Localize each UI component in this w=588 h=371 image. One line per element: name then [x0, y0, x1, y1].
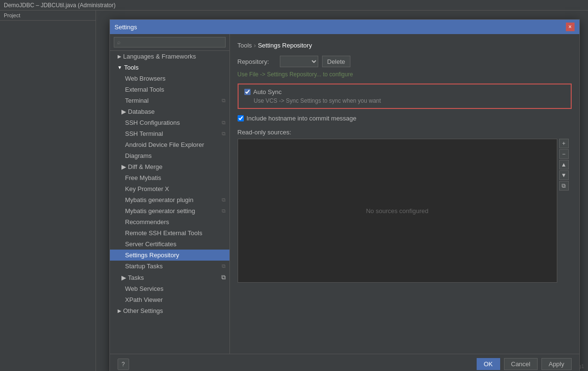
footer-left: ? — [118, 359, 129, 370]
startup-tasks-label: Startup Tasks — [125, 263, 163, 270]
tasks-copy-icon: ⧉ — [221, 274, 226, 281]
nav-item-startup-tasks[interactable]: Startup Tasks ⧉ — [110, 261, 229, 272]
nav-item-server-certs[interactable]: Server Certificates — [110, 239, 229, 250]
server-certs-label: Server Certificates — [125, 240, 177, 248]
diff-merge-label: Diff & Merge — [128, 163, 163, 170]
nav-section-tools[interactable]: ▼ Tools — [110, 62, 229, 73]
nav-item-web-services[interactable]: Web Services — [110, 283, 229, 294]
external-tools-label: External Tools — [125, 86, 164, 93]
startup-copy-icon: ⧉ — [222, 263, 226, 269]
readonly-sources-label: Read-only sources: — [238, 129, 572, 136]
breadcrumb-current: Settings Repository — [258, 42, 312, 49]
nav-item-terminal[interactable]: Terminal ⧉ — [110, 95, 229, 106]
database-label: Database — [128, 108, 155, 115]
mybatis-plugin-label: Mybatis generator plugin — [125, 196, 193, 203]
other-settings-label: Other Settings — [123, 307, 163, 314]
ssh-terminal-copy-icon: ⧉ — [222, 131, 226, 137]
add-source-button[interactable]: + — [559, 139, 569, 148]
sources-section: Read-only sources: No sources configured… — [238, 129, 572, 346]
ide-topbar: DemoJDBC – JDBCUtil.java (Administrator) — [0, 0, 588, 11]
remove-source-button[interactable]: − — [559, 149, 569, 159]
key-promoter-label: Key Promoter X — [125, 185, 169, 192]
nav-item-diagrams[interactable]: Diagrams — [110, 150, 229, 161]
include-hostname-label: Include hostname into commit message — [247, 115, 357, 122]
apply-button[interactable]: Apply — [541, 358, 572, 370]
nav-section-other[interactable]: ▶ Other Settings — [110, 305, 229, 316]
auto-sync-box: Auto Sync Use VCS -> Sync Settings to sy… — [238, 84, 572, 109]
nav-item-settings-repo[interactable]: Settings Repository — [110, 250, 229, 261]
auto-sync-row: Auto Sync — [244, 88, 565, 96]
tools-arrow-icon: ▼ — [118, 65, 122, 70]
recommenders-label: Recommenders — [125, 218, 169, 226]
diagrams-label: Diagrams — [125, 152, 152, 159]
repository-select[interactable] — [280, 56, 318, 67]
repository-row: Repository: Delete — [238, 56, 572, 67]
mybatis-setting-copy-icon: ⧉ — [222, 208, 226, 214]
delete-button[interactable]: Delete — [322, 56, 351, 67]
nav-item-remote-ssh[interactable]: Remote SSH External Tools — [110, 227, 229, 239]
breadcrumb: Tools › Settings Repository — [238, 42, 572, 49]
languages-arrow-icon: ▶ — [118, 54, 121, 59]
other-arrow-icon: ▶ — [118, 308, 121, 313]
nav-item-recommenders[interactable]: Recommenders — [110, 216, 229, 227]
remote-ssh-label: Remote SSH External Tools — [125, 229, 203, 237]
nav-item-android[interactable]: Android Device File Explorer — [110, 139, 229, 150]
nav-item-tasks[interactable]: ▶ Tasks ⧉ — [110, 272, 229, 283]
mybatis-plugin-copy-icon: ⧉ — [222, 197, 226, 203]
nav-item-free-mybatis[interactable]: Free Mybatis — [110, 172, 229, 183]
auto-sync-label: Auto Sync — [253, 88, 282, 96]
copy-source-button[interactable]: ⧉ — [559, 181, 569, 191]
dialog-titlebar: Settings × — [110, 20, 579, 34]
dialog-body: ▶ Languages & Frameworks ▼ Tools Web Bro… — [110, 34, 579, 354]
android-label: Android Device File Explorer — [125, 141, 204, 148]
database-arrow-icon: ▶ — [121, 108, 126, 115]
dialog-footer: ? OK Cancel Apply — [110, 354, 579, 371]
nav-item-ssh-configurations[interactable]: SSH Configurations ⧉ — [110, 117, 229, 128]
nav-item-external-tools[interactable]: External Tools — [110, 84, 229, 95]
tools-label: Tools — [124, 64, 138, 71]
include-hostname-row: Include hostname into commit message — [238, 115, 572, 122]
ok-button[interactable]: OK — [477, 358, 500, 370]
free-mybatis-label: Free Mybatis — [125, 174, 161, 181]
mybatis-setting-label: Mybatis generator setting — [125, 207, 195, 215]
move-down-button[interactable]: ▼ — [559, 170, 569, 180]
nav-item-mybatis-plugin[interactable]: Mybatis generator plugin ⧉ — [110, 194, 229, 205]
right-panel: Tools › Settings Repository Repository: … — [230, 34, 579, 354]
sidebar-project-label: Project — [0, 11, 96, 21]
breadcrumb-parent: Tools — [238, 42, 252, 49]
app-title: DemoJDBC – JDBCUtil.java (Administrator) — [4, 2, 116, 9]
tasks-arrow-icon: ▶ — [121, 274, 126, 281]
settings-repo-label: Settings Repository — [125, 251, 180, 259]
sources-content: No sources configured — [238, 139, 557, 282]
auto-sync-checkbox[interactable] — [244, 89, 251, 95]
search-input[interactable] — [114, 37, 226, 48]
repository-label: Repository: — [238, 58, 276, 65]
nav-section-languages[interactable]: ▶ Languages & Frameworks — [110, 51, 229, 62]
ssh-config-copy-icon: ⧉ — [222, 120, 226, 126]
search-bar — [110, 34, 229, 51]
help-button[interactable]: ? — [118, 359, 129, 370]
left-panel: ▶ Languages & Frameworks ▼ Tools Web Bro… — [110, 34, 230, 354]
dialog-close-button[interactable]: × — [566, 23, 575, 31]
auto-sync-hint: Use VCS -> Sync Settings to sync when yo… — [244, 97, 565, 104]
nav-item-diff-merge[interactable]: ▶ Diff & Merge — [110, 161, 229, 172]
nav-item-xpath-viewer[interactable]: XPath Viewer — [110, 294, 229, 305]
include-hostname-checkbox[interactable] — [238, 115, 244, 121]
nav-item-database[interactable]: ▶ Database — [110, 106, 229, 117]
diff-arrow-icon: ▶ — [121, 163, 126, 170]
ssh-terminal-label: SSH Terminal — [125, 130, 163, 137]
ide-sidebar: Project — [0, 11, 96, 371]
cancel-button[interactable]: Cancel — [504, 358, 538, 370]
nav-item-key-promoter[interactable]: Key Promoter X — [110, 183, 229, 194]
xpath-viewer-label: XPath Viewer — [125, 296, 163, 303]
nav-item-ssh-terminal[interactable]: SSH Terminal ⧉ — [110, 128, 229, 139]
web-browsers-label: Web Browsers — [125, 75, 166, 82]
languages-label: Languages & Frameworks — [123, 53, 196, 60]
breadcrumb-separator: › — [254, 42, 256, 49]
nav-item-web-browsers[interactable]: Web Browsers — [110, 73, 229, 84]
move-up-button[interactable]: ▲ — [559, 160, 569, 169]
nav-item-mybatis-setting[interactable]: Mybatis generator setting ⧉ — [110, 205, 229, 216]
ssh-configurations-label: SSH Configurations — [125, 119, 180, 126]
sources-wrapper: No sources configured + − ▲ ▼ ⧉ — [238, 139, 557, 283]
ide-background: DemoJDBC – JDBCUtil.java (Administrator)… — [0, 0, 588, 371]
